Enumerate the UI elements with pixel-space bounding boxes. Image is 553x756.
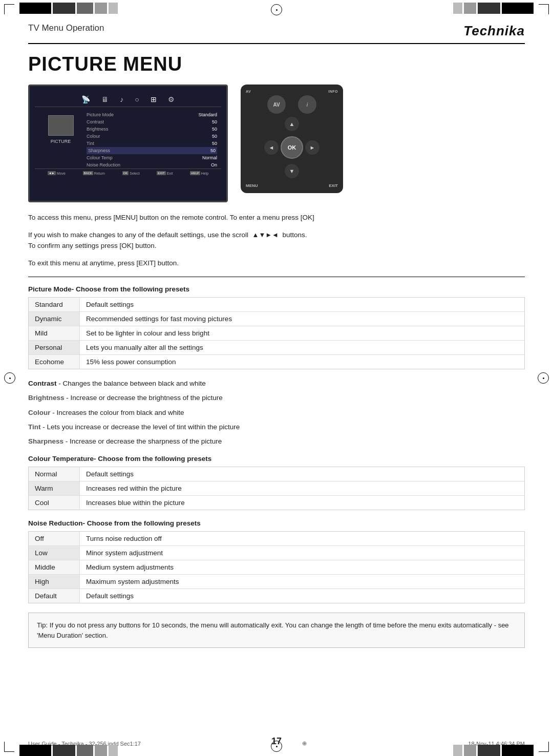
bar xyxy=(53,3,75,14)
remote-top-row: AV i xyxy=(267,95,316,114)
bottom-decorative-bars xyxy=(0,740,553,756)
exit-label: EXIT xyxy=(329,183,338,188)
menu-item-row: Colour Temp Normal xyxy=(87,154,217,161)
screens-area: 📡 🖥 ♪ ○ ⊞ ⚙ PICTURE Picture Mode Standar… xyxy=(28,85,525,202)
music-icon: ♪ xyxy=(120,95,123,103)
table-row: Standard Default settings xyxy=(29,298,525,312)
scroll-arrows: ▲▼►◄ xyxy=(252,231,279,239)
menu-items: Picture Mode Standard Contrast 50 Bright… xyxy=(82,111,217,169)
bar xyxy=(478,745,500,756)
bar xyxy=(453,3,462,14)
remote-middle-row: ◄ OK ► xyxy=(264,136,320,159)
down-arrow-button[interactable]: ▼ xyxy=(285,164,299,178)
sidebar-label: PICTURE xyxy=(51,139,71,144)
corner-mark-tl xyxy=(4,4,14,14)
table-row: Warm Increases red within the picture xyxy=(29,481,525,496)
noise-reduction-table: Off Turns noise reduction off Low Minor … xyxy=(28,531,525,603)
divider-1 xyxy=(28,277,525,277)
noise-reduction-heading: Noise Reduction- Choose from the followi… xyxy=(28,519,525,527)
circle-icon: ○ xyxy=(135,95,139,103)
menu-label: MENU xyxy=(246,183,258,188)
left-arrow-button[interactable]: ◄ xyxy=(264,140,279,155)
picture-mode-table: Standard Default settings Dynamic Recomm… xyxy=(28,297,525,369)
bar xyxy=(95,745,107,756)
colour-desc: Colour - Increases the colour from black… xyxy=(28,408,525,418)
table-row: Normal Default settings xyxy=(29,467,525,481)
bar xyxy=(478,3,500,14)
tint-desc: Tint - Lets you increase or decrease the… xyxy=(28,422,525,432)
remote-bottom-labels: MENU EXIT xyxy=(246,183,338,188)
menu-item-row: Picture Mode Standard xyxy=(87,111,217,118)
remote-body: AV INFO AV i ▲ xyxy=(241,85,343,193)
menu-item-row: Noise Reduction On xyxy=(87,161,217,169)
bar xyxy=(109,3,118,14)
ok-button[interactable]: OK xyxy=(281,136,303,159)
remote-nav: AV i ▲ ◄ OK ► xyxy=(246,95,338,181)
grid-icon: ⊞ xyxy=(151,95,157,103)
picture-icon xyxy=(48,115,74,136)
reg-mark-top xyxy=(271,4,282,15)
top-bar-left xyxy=(19,0,118,16)
menu-body: PICTURE Picture Mode Standard Contrast 5… xyxy=(35,111,221,169)
menu-icons-row: 📡 🖥 ♪ ○ ⊞ ⚙ xyxy=(35,91,221,107)
page-header: TV Menu Operation Technika xyxy=(28,23,525,44)
bar xyxy=(453,745,462,756)
table-row: Ecohome 15% less power consumption xyxy=(29,355,525,369)
menu-item-row: Tint 50 xyxy=(87,140,217,147)
remote-top-labels: AV INFO xyxy=(246,90,338,93)
picture-mode-heading: Picture Mode- Choose from the following … xyxy=(28,285,525,293)
bar xyxy=(19,3,51,14)
menu-item-row: Brightness 50 xyxy=(87,125,217,133)
table-row: Dynamic Recommended settings for fast mo… xyxy=(29,312,525,326)
tip-box: Tip: If you do not press any buttons for… xyxy=(28,613,525,648)
bar xyxy=(109,745,118,756)
bar xyxy=(502,745,534,756)
bar xyxy=(77,3,93,14)
bottom-bar-left xyxy=(19,742,118,756)
table-row: Mild Set to be lighter in colour and les… xyxy=(29,326,525,341)
scroll-desc: If you wish to make changes to any of th… xyxy=(28,230,525,251)
info-label: INFO xyxy=(328,90,338,93)
table-row: High Maximum system adjustments xyxy=(29,575,525,589)
page-title: PICTURE MENU xyxy=(28,53,525,75)
bar xyxy=(464,745,476,756)
reg-mark-left xyxy=(4,372,15,384)
table-row: Cool Increases blue within the picture xyxy=(29,496,525,510)
bottom-bar-right xyxy=(453,742,534,756)
info-button[interactable]: i xyxy=(298,95,316,114)
menu-sidebar: PICTURE xyxy=(39,111,82,169)
colour-temp-table: Normal Default settings Warm Increases r… xyxy=(28,467,525,510)
menu-item-row-highlighted: Sharpness 50 xyxy=(87,147,217,154)
bar xyxy=(502,3,534,14)
av-button[interactable]: AV xyxy=(267,95,286,114)
contrast-desc: Contrast - Changes the balance between b… xyxy=(28,379,525,389)
settings-icon: ⚙ xyxy=(168,95,175,103)
antenna-icon: 📡 xyxy=(81,95,90,103)
section-title: TV Menu Operation xyxy=(28,23,104,33)
table-row: Off Turns noise reduction off xyxy=(29,532,525,546)
tv-menu-screen: 📡 🖥 ♪ ○ ⊞ ⚙ PICTURE Picture Mode Standar… xyxy=(28,85,228,202)
table-row: Personal Lets you manually alter all the… xyxy=(29,341,525,355)
bar xyxy=(77,745,93,756)
reg-mark-right xyxy=(538,372,549,384)
up-arrow-button[interactable]: ▲ xyxy=(285,117,299,131)
menu-item-row: Contrast 50 xyxy=(87,118,217,125)
sharpness-desc: Sharpness - Increase or decrease the sha… xyxy=(28,436,525,447)
menu-item-row: Colour 50 xyxy=(87,133,217,140)
brand-logo: Technika xyxy=(463,23,525,39)
colour-temp-heading: Colour Temperature- Choose from the foll… xyxy=(28,455,525,463)
page-content: TV Menu Operation Technika PICTURE MENU … xyxy=(28,23,525,648)
bar xyxy=(19,745,51,756)
exit-desc: To exit this menu at anytime, press [EXI… xyxy=(28,258,525,268)
right-arrow-button[interactable]: ► xyxy=(305,140,320,155)
bar xyxy=(53,745,75,756)
table-row: Default Default settings xyxy=(29,589,525,603)
bar xyxy=(95,3,107,14)
brightness-desc: Brightness - Increase or decrease the br… xyxy=(28,393,525,403)
tv-bottom-bar: ◄► Move BACK Return OK Select EXIT Exit … xyxy=(35,169,221,177)
remote-control: AV INFO AV i ▲ xyxy=(241,85,343,193)
access-menu-desc: To access this menu, press [MENU] button… xyxy=(28,213,525,223)
table-row: Middle Medium system adjustments xyxy=(29,560,525,575)
bar xyxy=(464,3,476,14)
corner-mark-tr xyxy=(539,4,549,14)
